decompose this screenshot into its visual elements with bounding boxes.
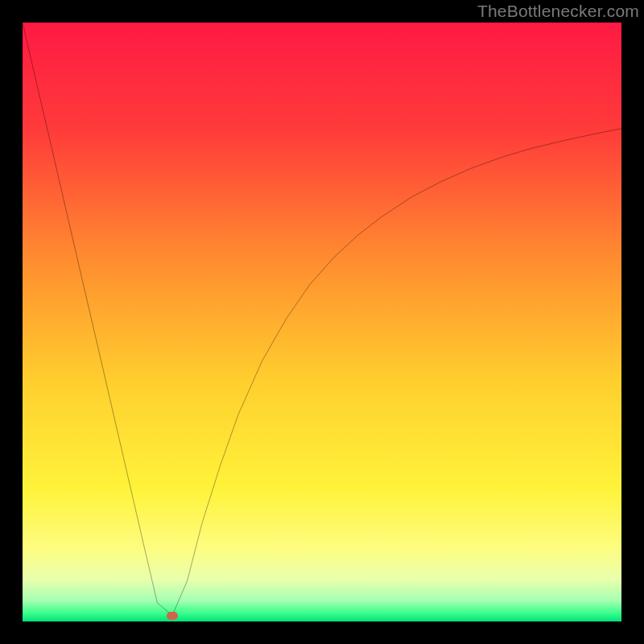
chart-frame (23, 23, 621, 621)
plot-area (23, 23, 621, 621)
watermark-label: TheBottlenecker.com (477, 2, 639, 21)
bottleneck-curve (23, 23, 621, 621)
optimal-point-marker (167, 612, 178, 620)
